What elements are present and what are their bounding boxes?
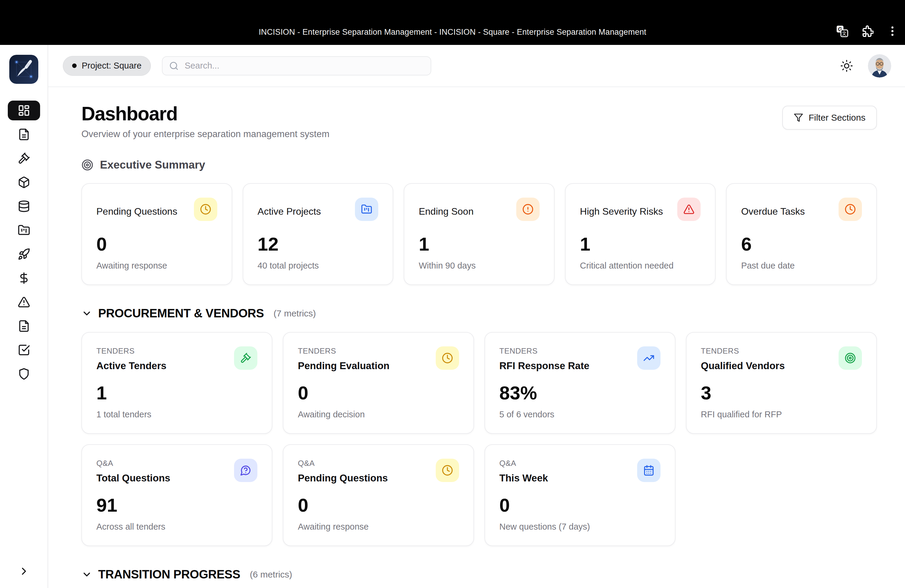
trending-up-icon [643,352,654,364]
card-top: Q&APending Questions [298,459,459,484]
browser-actions: G 文 [835,25,899,38]
card-icon-badge [677,198,700,221]
alert-triangle-icon [17,296,30,308]
card-top: TENDERSActive Tenders [96,346,257,372]
card-icon-badge [234,459,257,482]
transition-section-title: TRANSITION PROGRESS [98,567,240,581]
card-value: 1 [419,235,540,254]
card-caption: Critical attention needed [580,261,701,271]
metric-card-pending-evaluation[interactable]: TENDERSPending Evaluation0Awaiting decis… [283,332,474,434]
transition-section-note: (6 metrics) [250,569,292,580]
topbar: Project: Square [48,45,905,87]
alert-triangle-icon [683,203,695,215]
card-top: TENDERSQualified Vendors [701,346,862,372]
card-group-label: Q&A [96,459,170,468]
card-top: Q&AThis Week [500,459,660,484]
card-top: Pending Questions [96,198,217,221]
card-caption: 40 total projects [258,261,379,271]
sidebar-item-tasks[interactable] [8,340,40,360]
clock-icon [845,203,856,215]
sidebar-expand-button[interactable] [15,562,33,580]
incision-logo[interactable] [9,55,38,84]
summary-card-ending-soon[interactable]: Ending Soon1Within 90 days [404,183,554,285]
sidebar-item-documents[interactable] [8,124,40,144]
sidebar-item-reports[interactable] [8,316,40,336]
card-icon-badge [194,198,217,221]
svg-text:文: 文 [842,30,847,36]
sidebar-item-projects[interactable] [8,220,40,240]
filter-sections-button[interactable]: Filter Sections [782,106,877,130]
card-title: Pending Evaluation [298,360,389,372]
card-title: RFI Response Rate [500,360,589,372]
sidebar-item-risks[interactable] [8,292,40,312]
card-group-label: TENDERS [96,346,167,356]
project-status-dot [72,64,76,68]
metric-card-total-questions[interactable]: Q&ATotal Questions91Across all tenders [81,444,272,546]
card-caption: RFI qualified for RFP [701,410,862,420]
sidebar-item-packages[interactable] [8,172,40,192]
card-icon-badge [355,198,378,221]
app-frame: Project: Square [0,45,905,588]
search-icon [169,61,179,71]
folder-kanban-icon [17,224,30,237]
summary-card-overdue-tasks[interactable]: Overdue Tasks6Past due date [726,183,877,285]
card-title: This Week [500,472,548,484]
card-icon-badge [637,459,660,482]
sidebar-item-launch[interactable] [8,244,40,264]
card-top: Ending Soon [419,198,540,221]
card-caption: Across all tenders [96,522,257,532]
metric-card-rfi-response-rate[interactable]: TENDERSRFI Response Rate83%5 of 6 vendor… [484,332,675,434]
card-caption: Past due date [741,261,862,271]
browser-menu-icon[interactable] [886,25,899,38]
check-square-icon [17,344,30,356]
card-title: Total Questions [96,472,170,484]
extensions-icon[interactable] [861,25,874,38]
summary-card-high-severity-risks[interactable]: High Severity Risks1Critical attention n… [565,183,716,285]
target-icon [81,159,94,171]
metric-card-qualified-vendors[interactable]: TENDERSQualified Vendors3RFI qualified f… [686,332,877,434]
sidebar-item-data[interactable] [8,196,40,216]
card-title: Active Tenders [96,360,167,372]
card-title: High Severity Risks [580,206,663,217]
page-title: Dashboard [81,104,330,124]
search-input[interactable] [184,60,424,71]
sidebar-item-security[interactable] [8,364,40,384]
card-top: Overdue Tasks [741,198,862,221]
metric-card-pending-questions[interactable]: Q&APending Questions0Awaiting response [283,444,474,546]
executive-summary-header: Executive Summary [81,159,877,171]
summary-card-active-projects[interactable]: Active Projects1240 total projects [243,183,394,285]
card-caption: 1 total tenders [96,410,257,420]
chevron-down-icon[interactable] [81,569,92,580]
procurement-grid: TENDERSActive Tenders11 total tendersTEN… [81,332,877,546]
search-bar[interactable] [162,56,431,75]
sidebar-item-finance[interactable] [8,268,40,288]
card-caption: Awaiting response [298,522,459,532]
card-value: 3 [701,383,862,402]
card-icon-badge [436,459,459,482]
executive-summary-title: Executive Summary [100,159,205,171]
metric-card-active-tenders[interactable]: TENDERSActive Tenders11 total tenders [81,332,272,434]
layout-dashboard-icon [17,104,30,117]
message-question-icon [240,465,251,476]
card-caption: 5 of 6 vendors [500,410,660,420]
metric-card-this-week[interactable]: Q&AThis Week0New questions (7 days) [484,444,675,546]
card-top: TENDERSRFI Response Rate [500,346,660,372]
theme-toggle-sun-icon[interactable] [838,58,855,74]
card-value: 6 [741,235,862,254]
card-icon-badge [436,346,459,370]
chevron-down-icon[interactable] [81,308,92,319]
translate-icon[interactable]: G 文 [835,25,849,38]
folder-kanban-icon [361,203,372,215]
card-group-label: Q&A [500,459,548,468]
sidebar-item-tenders[interactable] [8,148,40,168]
user-avatar[interactable] [868,54,891,78]
sidebar-item-dashboard[interactable] [8,100,40,120]
card-group-label: TENDERS [701,346,785,356]
project-chip[interactable]: Project: Square [63,56,151,76]
summary-card-pending-questions[interactable]: Pending Questions0Awaiting response [81,183,232,285]
card-caption: Awaiting decision [298,410,459,420]
executive-summary-grid: Pending Questions0Awaiting responseActiv… [81,183,877,285]
dashboard-content: Dashboard Overview of your enterprise se… [48,87,905,588]
card-title: Pending Questions [96,206,177,217]
card-value: 1 [96,383,257,402]
